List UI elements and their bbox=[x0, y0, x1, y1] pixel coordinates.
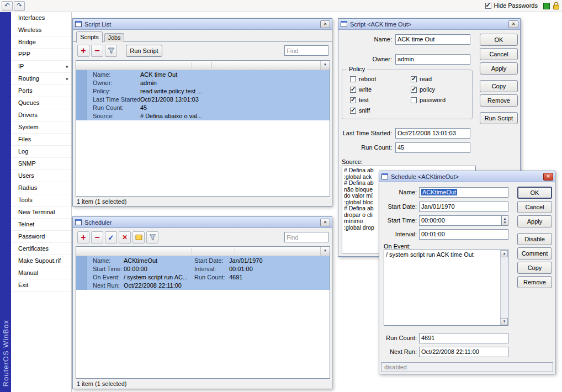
find-input[interactable] bbox=[284, 232, 328, 242]
script-table: ▼ Name:ACK time Out Owner:admin Policy:r… bbox=[76, 60, 330, 197]
sidebar-item-make-supout[interactable]: Make Supout.rif bbox=[11, 255, 71, 267]
sidebar-item-manual[interactable]: Manual bbox=[11, 267, 71, 279]
table-header[interactable]: ▼ bbox=[76, 247, 330, 256]
interval-label: Interval: bbox=[379, 229, 417, 240]
sidebar-item-telnet[interactable]: Telnet bbox=[11, 219, 71, 231]
schedule-dialog-titlebar[interactable]: Schedule <ACKtimeOut> ✕ bbox=[379, 171, 555, 182]
name-input[interactable]: ACK time Out bbox=[395, 34, 470, 45]
copy-button[interactable]: Copy bbox=[480, 80, 518, 92]
remove-button[interactable]: Remove bbox=[517, 276, 552, 288]
disable-button[interactable]: ✕ bbox=[119, 231, 131, 243]
detail-label: Last Time Started: bbox=[93, 96, 142, 103]
sidebar-item-system[interactable]: System bbox=[11, 121, 71, 134]
sidebar-item-files[interactable]: Files bbox=[11, 134, 71, 146]
apply-button[interactable]: Apply bbox=[517, 215, 552, 227]
sidebar-item-queues[interactable]: Queues bbox=[11, 97, 71, 109]
tab-scripts[interactable]: Scripts bbox=[76, 31, 103, 43]
selected-script-row[interactable]: Name:ACK time Out Owner:admin Policy:rea… bbox=[76, 70, 330, 120]
name-input[interactable]: ACKtimeOut bbox=[419, 187, 508, 198]
add-button[interactable]: + bbox=[77, 231, 89, 243]
remove-button[interactable]: − bbox=[91, 231, 103, 243]
scroll-down-icon[interactable]: ▼ bbox=[501, 318, 508, 325]
sidebar-item-drivers[interactable]: Drivers bbox=[11, 109, 71, 121]
start-time-stepper[interactable]: ▲▼ bbox=[501, 215, 508, 226]
tab-jobs[interactable]: Jobs bbox=[104, 33, 124, 42]
owner-input[interactable]: admin bbox=[395, 54, 470, 65]
policy-read-checkbox[interactable] bbox=[411, 76, 417, 82]
sidebar-item-new-terminal[interactable]: New Terminal bbox=[11, 206, 71, 219]
script-list-titlebar[interactable]: Script List ✕ bbox=[73, 19, 332, 30]
on-event-editor[interactable]: / system script run ACK time Out ▲ ▼ bbox=[384, 250, 508, 326]
policy-reboot-checkbox[interactable] bbox=[350, 76, 356, 82]
table-header[interactable]: ▼ bbox=[76, 61, 330, 70]
run-script-button[interactable]: Run Script bbox=[126, 45, 162, 57]
scheduler-titlebar[interactable]: Scheduler ✕ bbox=[73, 217, 332, 228]
policy-write-checkbox[interactable] bbox=[350, 87, 356, 93]
filter-button[interactable] bbox=[146, 231, 158, 243]
apply-button[interactable]: Apply bbox=[480, 62, 518, 75]
sidebar-item-ppp[interactable]: PPP bbox=[11, 49, 71, 61]
checkbox-label: test bbox=[359, 97, 369, 103]
scroll-up-icon[interactable]: ▲ bbox=[501, 250, 508, 257]
ok-button[interactable]: OK bbox=[480, 34, 518, 46]
start-time-input[interactable]: 00:00:00 bbox=[419, 215, 508, 226]
sidebar-item-password[interactable]: Password bbox=[11, 231, 71, 243]
sidebar-item-users[interactable]: Users bbox=[11, 170, 71, 182]
comment-button[interactable] bbox=[132, 231, 145, 243]
on-event-text: / system script run ACK time Out bbox=[386, 251, 498, 258]
sidebar-item-label: Drivers bbox=[18, 112, 38, 118]
cancel-button[interactable]: Cancel bbox=[480, 48, 518, 60]
add-button[interactable]: + bbox=[77, 45, 89, 57]
sidebar-item-interfaces[interactable]: Interfaces bbox=[11, 12, 71, 24]
sidebar-item-bridge[interactable]: Bridge bbox=[11, 36, 71, 49]
close-icon[interactable]: ✕ bbox=[508, 20, 518, 28]
close-icon[interactable]: ✕ bbox=[543, 173, 553, 181]
interval-input[interactable]: 00:01:00 bbox=[419, 229, 508, 240]
close-icon[interactable]: ✕ bbox=[320, 20, 330, 28]
detail-line: Last Time Started:Oct/21/2008 13:01:03 bbox=[76, 96, 330, 104]
brand-text: RouterOS WinBox bbox=[2, 320, 10, 386]
find-input[interactable] bbox=[284, 45, 328, 56]
undo-button[interactable]: ↶ bbox=[2, 1, 13, 11]
remove-button[interactable]: − bbox=[91, 45, 103, 57]
minus-icon: − bbox=[94, 233, 99, 242]
detail-value: 4691 bbox=[229, 274, 242, 280]
policy-password-checkbox[interactable] bbox=[411, 97, 417, 103]
sidebar-item-ports[interactable]: Ports bbox=[11, 85, 71, 97]
hide-passwords-checkbox[interactable] bbox=[485, 3, 491, 9]
next-run-value: Oct/22/2008 22:11:00 bbox=[419, 347, 508, 357]
redo-button[interactable]: ↷ bbox=[14, 1, 25, 11]
enable-button[interactable]: ✓ bbox=[105, 231, 117, 243]
sidebar-item-snmp[interactable]: SNMP bbox=[11, 158, 71, 170]
ok-button[interactable]: OK bbox=[517, 187, 552, 199]
run-script-button[interactable]: Run Script bbox=[480, 112, 518, 124]
sidebar-item-certificates[interactable]: Certificates bbox=[11, 243, 71, 255]
remove-button[interactable]: Remove bbox=[480, 94, 518, 107]
policy-policy-checkbox[interactable] bbox=[411, 87, 417, 93]
sidebar-item-log[interactable]: Log bbox=[11, 146, 71, 158]
policy-sniff-checkbox[interactable] bbox=[350, 108, 356, 114]
column-dropdown-button[interactable]: ▼ bbox=[320, 247, 330, 256]
sidebar-item-label: Password bbox=[18, 233, 45, 240]
sidebar-item-tools[interactable]: Tools bbox=[11, 194, 71, 206]
scrollbar[interactable]: ▲ ▼ bbox=[500, 250, 508, 325]
schedule-dialog: Schedule <ACKtimeOut> ✕ Name: ACKtimeOut… bbox=[379, 171, 555, 374]
copy-button[interactable]: Copy bbox=[517, 262, 552, 274]
selected-schedule-row[interactable]: Name:ACKtimeOutStart Date:Jan/01/1970 St… bbox=[76, 256, 330, 290]
cancel-button[interactable]: Cancel bbox=[517, 201, 552, 213]
sidebar-item-routing[interactable]: Routing▸ bbox=[11, 73, 71, 85]
sidebar-item-radius[interactable]: Radius bbox=[11, 182, 71, 194]
column-dropdown-button[interactable]: ▼ bbox=[320, 61, 330, 70]
close-icon[interactable]: ✕ bbox=[320, 219, 330, 226]
sidebar-item-label: Certificates bbox=[18, 245, 49, 252]
detail-value: Oct/22/2008 22:11:00 bbox=[124, 282, 182, 289]
comment-button[interactable]: Comment bbox=[517, 247, 552, 259]
disable-button[interactable]: Disable bbox=[517, 233, 552, 245]
sidebar-item-ip[interactable]: IP▸ bbox=[11, 61, 71, 73]
start-date-input[interactable]: Jan/01/1970 bbox=[419, 202, 508, 212]
filter-button[interactable] bbox=[105, 45, 117, 57]
sidebar-item-wireless[interactable]: Wireless bbox=[11, 24, 71, 36]
sidebar-item-exit[interactable]: Exit bbox=[11, 279, 71, 292]
policy-test-checkbox[interactable] bbox=[350, 97, 356, 103]
script-dialog-titlebar[interactable]: Script <ACK time Out> ✕ bbox=[338, 19, 520, 30]
